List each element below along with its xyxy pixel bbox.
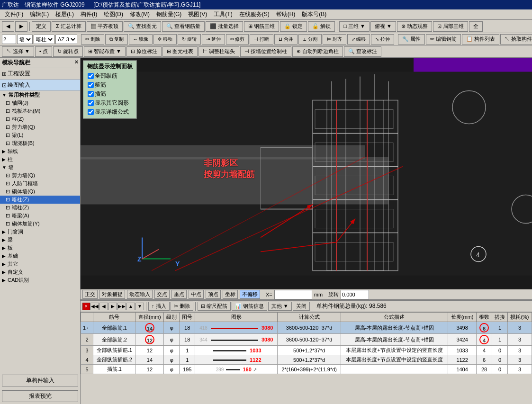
- orig-label-btn[interactable]: ⊡ 原位标注: [126, 46, 162, 57]
- top-view-btn[interactable]: 俯视 ▼: [370, 21, 396, 32]
- coord-btn[interactable]: 坐标: [223, 290, 238, 299]
- mirror-btn[interactable]: ↔ 镜像: [129, 34, 153, 45]
- no-offset-btn[interactable]: 不偏移: [240, 290, 260, 299]
- rotate-pt-btn[interactable]: ↻ 旋转点: [53, 46, 83, 57]
- delete-btn[interactable]: ✂ 删除: [81, 34, 104, 45]
- tree-foundation[interactable]: ▶基础: [0, 252, 80, 260]
- tree-dark-col[interactable]: ⊡暗柱(Z): [0, 196, 80, 204]
- name-select[interactable]: AZ-3: [55, 35, 77, 44]
- tree-common[interactable]: ▼常用构件类型: [0, 91, 80, 99]
- break-btn[interactable]: ⊣ 打断: [250, 34, 273, 45]
- menu-item-edit[interactable]: 编辑(E): [27, 9, 52, 19]
- align2-btn[interactable]: ⊨ 对齐: [323, 34, 346, 45]
- tree-end-col[interactable]: ⊡端柱(Z): [0, 204, 80, 212]
- tree-masonry[interactable]: ⊡砌体墙(Q): [0, 188, 80, 196]
- tree-board[interactable]: ▶板: [0, 244, 80, 252]
- lock-btn[interactable]: 🔒 锁定: [280, 21, 307, 32]
- stretch-btn[interactable]: ⤡ 拉伸: [371, 34, 394, 45]
- align-btn[interactable]: ▦ 平齐板顶: [87, 21, 123, 32]
- tree-custom[interactable]: ▶自定义: [0, 268, 80, 276]
- rotate-input[interactable]: [341, 290, 369, 299]
- rebar-3d-btn[interactable]: ⊞ 钢筋三维: [244, 21, 279, 32]
- menu-item-version[interactable]: 版本号(B): [299, 9, 329, 19]
- vertex-btn[interactable]: 顶点: [206, 290, 221, 299]
- row-name[interactable]: 全部纵筋插筋.2: [93, 355, 135, 365]
- intersect-btn[interactable]: 交点: [154, 290, 170, 299]
- tree-raft[interactable]: ⊡筏板基础(M): [0, 107, 80, 115]
- offset-btn[interactable]: ⤢ 编移: [347, 34, 370, 45]
- find-btn[interactable]: 🔍 查找图元: [124, 21, 161, 32]
- dynamic-input-btn[interactable]: 动态输入: [127, 290, 153, 299]
- tree-shear-wall[interactable]: ⊡剪力墙(Q): [0, 123, 80, 131]
- view-rebar-btn[interactable]: 🔍 查看钢筋量: [162, 21, 205, 32]
- close-panel-btn[interactable]: 关闭: [293, 302, 310, 311]
- back-btn[interactable]: ◀: [2, 21, 14, 32]
- row-name[interactable]: 全部纵筋.1: [93, 322, 135, 334]
- edit-rebar-btn[interactable]: ✏ 编辑钢筋: [426, 34, 461, 45]
- trim-btn[interactable]: ✂ 修剪: [226, 34, 249, 45]
- close-small-btn[interactable]: ×: [82, 303, 90, 310]
- annotation-panel[interactable]: 钢筋显示控制面板 全部纵筋 箍筋 插筋 显示其它圆形 显示详细公式: [83, 60, 137, 119]
- tree-defense-wall[interactable]: ⊡人防门框墙: [0, 180, 80, 188]
- point-btn[interactable]: • 点: [35, 46, 52, 57]
- ortho-btn[interactable]: 正交: [82, 290, 98, 299]
- tree-column[interactable]: ▶柱: [0, 155, 80, 163]
- sidebar-pin[interactable]: ×: [75, 59, 78, 67]
- nav-up-btn[interactable]: ▲: [126, 303, 135, 310]
- menu-item-view[interactable]: 视图(V): [185, 9, 210, 19]
- single-component-btn[interactable]: 单构件输入: [2, 375, 78, 386]
- tree-cad[interactable]: ▶CAD识别: [0, 276, 80, 284]
- extend-btn[interactable]: ⇥ 延伸: [202, 34, 225, 45]
- tree-shear-wall2[interactable]: ⊡剪力墙(Q): [0, 171, 80, 180]
- split-btn[interactable]: ⊥ 分割: [298, 34, 322, 45]
- tree-beam2[interactable]: ▶梁: [0, 236, 80, 244]
- move-btn[interactable]: ✥ 移动: [153, 34, 177, 45]
- batch-select-btn[interactable]: ⬛ 批量选择: [206, 21, 243, 32]
- check-formula[interactable]: 显示详细公式: [87, 108, 133, 117]
- unlock-btn[interactable]: 🔓 解锁: [308, 21, 335, 32]
- check-label-btn[interactable]: 🔍 查改标注: [344, 46, 381, 57]
- tree-axisline[interactable]: ▶轴线: [0, 147, 80, 155]
- nav-down-btn[interactable]: ▼: [135, 303, 144, 310]
- report-preview-btn[interactable]: 报表预览: [2, 390, 78, 402]
- row-name[interactable]: 全部纵筋.2: [93, 334, 135, 346]
- scale-btn[interactable]: ⊞ 缩尺配筋: [198, 302, 231, 311]
- adj-col-btn[interactable]: ⊢ 调整柱端头: [198, 46, 239, 57]
- type-select[interactable]: 墙: [17, 35, 33, 44]
- sidebar-nav-drawing[interactable]: ⊡ 绘图输入: [0, 80, 80, 91]
- menu-item-rebar[interactable]: 钢筋量(G): [153, 9, 184, 19]
- menu-item-draw[interactable]: 绘图(D): [101, 9, 126, 19]
- draw-col-btn[interactable]: ⊣ 按墙位置绘制柱: [240, 46, 291, 57]
- del-row-btn[interactable]: ✂ 删除: [171, 302, 193, 311]
- tree-dark-beam[interactable]: ⊡暗梁(A): [0, 212, 80, 220]
- level-input[interactable]: [2, 35, 16, 44]
- local-3d-btn[interactable]: ⊡ 局部三维: [433, 21, 468, 32]
- fwd-btn[interactable]: ▶: [15, 21, 27, 32]
- check-insert[interactable]: 插筋: [87, 90, 133, 99]
- tree-axis[interactable]: ⊡轴网(J): [0, 99, 80, 107]
- menu-item-component[interactable]: 构件(I): [78, 9, 100, 19]
- nav-next-btn[interactable]: ▶: [108, 303, 117, 310]
- other-btn[interactable]: 其他 ▼: [268, 302, 292, 311]
- tree-masonry-bar[interactable]: ⊡砌体加筋(Y): [0, 220, 80, 228]
- tree-other[interactable]: ▶其它: [0, 260, 80, 268]
- define-btn[interactable]: 定义: [32, 21, 51, 32]
- menu-item-file[interactable]: 文件(F): [2, 9, 26, 19]
- menu-item-modify[interactable]: 修改(M): [127, 9, 153, 19]
- check-stirrup[interactable]: 箍筋: [87, 81, 133, 90]
- subtype-select[interactable]: 暗柱: [34, 35, 54, 44]
- merge-btn[interactable]: ⊔ 合并: [274, 34, 298, 45]
- pick-comp-btn[interactable]: ↖ 拾取构件: [500, 34, 532, 45]
- menu-item-help[interactable]: 帮助(H): [273, 9, 298, 19]
- rebar-info-btn[interactable]: 📊 钢筋信息: [232, 302, 267, 311]
- perp-btn[interactable]: 垂点: [171, 290, 187, 299]
- calc-btn[interactable]: Σ 汇总计算: [52, 21, 86, 32]
- sidebar-nav-engineering[interactable]: ⊞ 工程设置: [0, 68, 80, 80]
- nav-first-btn[interactable]: ◀◀: [90, 303, 99, 310]
- menu-item-floor[interactable]: 楼层(L): [53, 9, 77, 19]
- 3d-btn[interactable]: □ 三维 ▼: [339, 21, 370, 32]
- rotate-btn[interactable]: ↻ 旋转: [178, 34, 201, 45]
- tree-wall[interactable]: ▼墙: [0, 163, 80, 171]
- x-input[interactable]: [274, 290, 312, 299]
- smart-layout-btn[interactable]: ⊞ 智能布置 ▼: [84, 46, 126, 57]
